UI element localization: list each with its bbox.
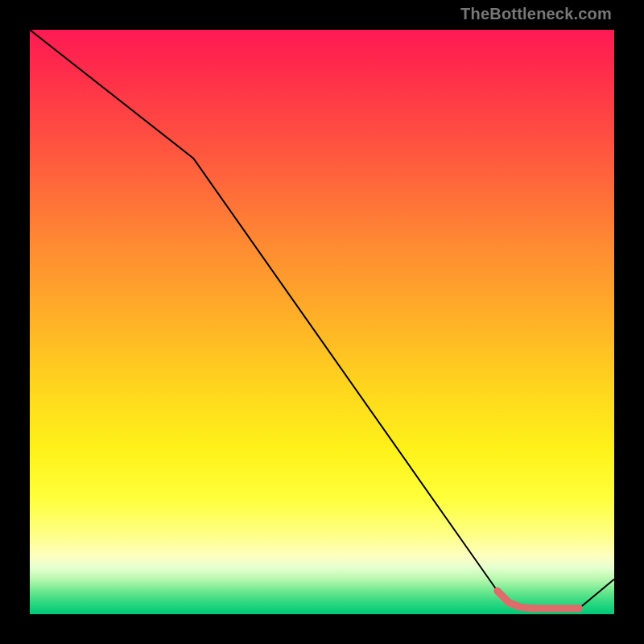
chart-frame: TheBottleneck.com [0, 0, 644, 644]
plot-background-gradient [30, 30, 614, 614]
watermark-text: TheBottleneck.com [460, 5, 612, 23]
